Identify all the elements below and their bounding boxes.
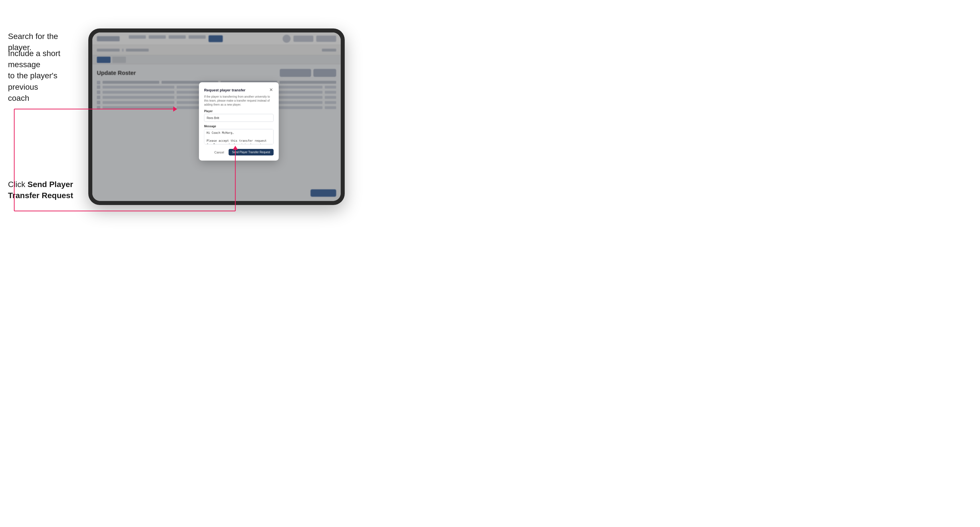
transfer-request-modal: Request player transfer ✕ If the player … (199, 82, 278, 160)
modal-footer: Cancel Send Player Transfer Request (204, 149, 274, 156)
modal-overlay: Request player transfer ✕ If the player … (92, 32, 341, 201)
modal-description: If the player is transferring from anoth… (204, 95, 274, 107)
tablet-screen: Update Roster (92, 32, 341, 201)
modal-header: Request player transfer ✕ (204, 87, 274, 92)
tablet-device: Update Roster (88, 29, 345, 205)
annotation-send: Click Send Player Transfer Request (8, 179, 88, 201)
player-field-label: Player (204, 110, 274, 113)
cancel-button[interactable]: Cancel (212, 149, 226, 155)
message-textarea[interactable]: Hi Coach McHarg, Please accept this tran… (204, 129, 274, 144)
message-field-label: Message (204, 125, 274, 128)
modal-close-button[interactable]: ✕ (268, 87, 274, 92)
send-transfer-request-button[interactable]: Send Player Transfer Request (229, 149, 274, 156)
modal-title: Request player transfer (204, 88, 245, 92)
player-search-input[interactable] (204, 114, 274, 122)
annotation-message: Include a short messageto the player's p… (8, 48, 82, 104)
